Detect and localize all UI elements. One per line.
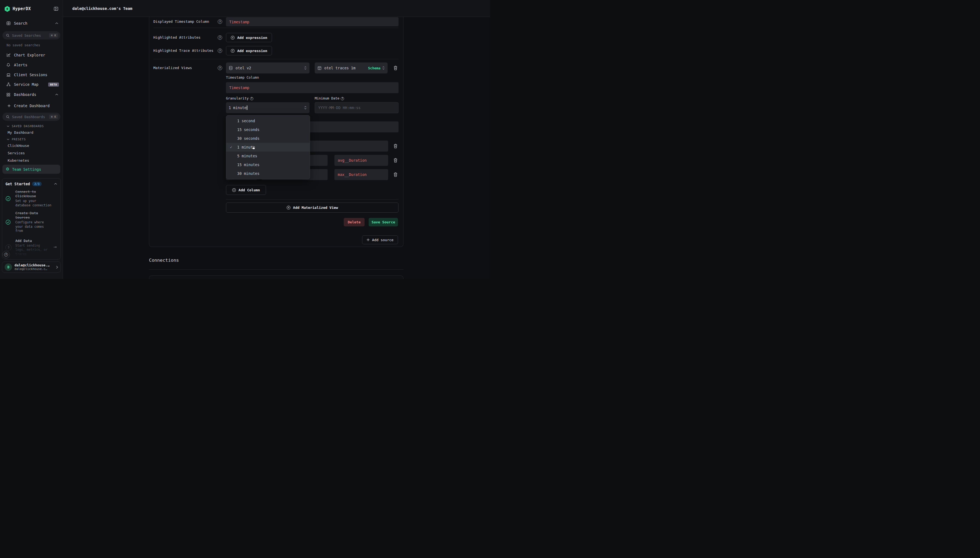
team-settings-label: Team Settings — [12, 167, 41, 172]
schema-link[interactable]: Schema — [368, 66, 380, 70]
team-settings-content: Displayed Timestamp Column ? Timestamp H… — [63, 17, 490, 279]
get-started-step-add-data[interactable]: 3 Add Data Start sending logs, metrics, … — [5, 239, 57, 256]
create-dashboard-button[interactable]: Create Dashboard — [0, 102, 63, 109]
help-icon[interactable]: ? — [218, 66, 222, 70]
add-materialized-view-button[interactable]: Add Materialized View — [226, 202, 399, 213]
question-icon: ? — [4, 253, 8, 256]
service-map-icon — [6, 82, 11, 87]
saved-dashboards-section-header[interactable]: SAVED DASHBOARDS — [0, 124, 63, 128]
search-icon — [6, 115, 10, 119]
check-circle-icon — [5, 220, 11, 225]
sidebar-item-label: Search — [14, 21, 28, 26]
granularity-option[interactable]: 30 seconds — [226, 134, 310, 143]
help-icon[interactable]: ? — [218, 35, 222, 40]
step-desc: Start sending logs, metrics, or traces — [15, 244, 57, 256]
user-email: dale@clickhouse.c… — [15, 267, 56, 271]
step-title: Connect to ClickHouse — [15, 190, 57, 199]
delete-column-icon[interactable] — [393, 143, 398, 149]
sidebar: HyperDX Search Saved Searches ⌘ K No sav… — [0, 0, 63, 279]
chevron-up-icon[interactable] — [54, 183, 57, 185]
sidebar-item-team-settings[interactable]: ⚙ Team Settings — [2, 165, 60, 174]
circle-plus-icon — [231, 49, 235, 53]
add-source-button[interactable]: Add source — [362, 235, 398, 244]
help-button[interactable]: ? — [2, 251, 10, 258]
add-expression-button[interactable]: Add expression — [226, 46, 272, 55]
timestamp-column-input[interactable]: Timestamp — [226, 82, 399, 93]
sidebar-item-chart-explorer[interactable]: Chart Explorer — [0, 51, 63, 59]
granularity-combobox[interactable]: 1 minute — [226, 102, 309, 113]
granularity-option[interactable]: 15 minutes — [226, 160, 310, 169]
saved-dashboards-placeholder: Saved Dashboards — [12, 115, 49, 119]
updown-chevron-icon — [382, 66, 385, 70]
sidebar-item-my-dashboard[interactable]: My Dashboard — [0, 130, 63, 135]
collapse-sidebar-icon[interactable] — [54, 7, 58, 11]
selected-view: otel_v2 — [236, 66, 304, 70]
sidebar-item-kubernetes[interactable]: Kubernetes — [0, 158, 63, 163]
page-title: dale@clickhouse.com's Team — [72, 6, 132, 11]
chevron-down-icon — [7, 125, 10, 127]
delete-column-icon[interactable] — [393, 158, 398, 163]
saved-searches-input[interactable]: Saved Searches ⌘ K — [2, 31, 60, 39]
granularity-option[interactable]: 15 seconds — [226, 125, 310, 134]
save-source-button[interactable]: Save Source — [369, 218, 398, 226]
help-icon[interactable]: ? — [218, 49, 222, 53]
hyperdx-logo-icon — [4, 6, 10, 12]
progress-badge: 2/3 — [32, 182, 42, 186]
minimum-date-label: Minimum Date? — [315, 96, 344, 101]
delete-materialized-view-icon[interactable] — [393, 65, 398, 71]
mv-column-alias-input[interactable]: max__Duration — [334, 169, 388, 180]
granularity-value: 1 minute — [229, 105, 247, 110]
minimum-date-input[interactable]: YYYY-MM-DD HH:mm:ss — [315, 102, 399, 113]
help-icon[interactable]: ? — [218, 20, 222, 24]
sidebar-item-alerts[interactable]: Alerts — [0, 61, 63, 69]
gear-icon: ⚙ — [6, 167, 9, 171]
presets-section-header[interactable]: PRESETS — [0, 137, 63, 141]
text-caret — [247, 105, 247, 110]
selected-table: otel_traces_1m — [324, 66, 368, 70]
circle-plus-icon — [232, 188, 236, 192]
chevron-up-icon — [54, 22, 59, 25]
updown-chevron-icon — [304, 106, 307, 110]
step-desc: Configure where your data comes from — [15, 220, 57, 233]
get-started-step-connect[interactable]: Connect to ClickHouse Set up your databa… — [5, 190, 57, 207]
materialized-view-select[interactable]: otel_v2 — [226, 62, 309, 74]
topbar: dale@clickhouse.com's Team — [63, 0, 490, 17]
saved-dashboards-input[interactable]: Saved Dashboards ⌘ K — [2, 113, 60, 121]
info-icon[interactable]: ? — [250, 97, 254, 100]
chevron-down-icon — [7, 138, 10, 140]
saved-searches-placeholder: Saved Searches — [12, 33, 49, 38]
sidebar-item-label: Chart Explorer — [14, 53, 45, 57]
sidebar-item-search[interactable]: Search — [0, 20, 63, 27]
delete-source-button[interactable]: Delete — [344, 218, 365, 226]
step-title: Add Data — [15, 239, 57, 243]
logo-row: HyperDX — [0, 0, 63, 18]
granularity-option-selected[interactable]: ✓1 minute — [226, 143, 310, 151]
no-saved-searches-text: No saved searches — [0, 43, 63, 47]
sidebar-item-dashboards[interactable]: Dashboards — [0, 91, 63, 98]
granularity-option[interactable]: 1 second — [226, 117, 310, 125]
granularity-option[interactable]: 30 minutes — [226, 169, 310, 178]
add-column-button[interactable]: Add Column — [226, 185, 266, 195]
granularity-option[interactable]: 5 minutes — [226, 151, 310, 160]
delete-column-icon[interactable] — [393, 172, 398, 177]
shortcut-badge: ⌘ K — [49, 33, 58, 38]
get-started-step-create-sources[interactable]: Create Data Sources Configure where your… — [5, 211, 57, 233]
sidebar-item-client-sessions[interactable]: Client Sessions — [0, 71, 63, 79]
add-expression-button[interactable]: Add expression — [226, 33, 272, 42]
materialized-table-select[interactable]: otel_traces_1m Schema — [315, 62, 388, 74]
sidebar-item-clickhouse[interactable]: ClickHouse — [0, 143, 63, 148]
sidebar-item-services[interactable]: Services — [0, 150, 63, 156]
step-title: Create Data Sources — [15, 211, 57, 220]
user-menu[interactable]: D dale@clickhouse.… dale@clickhouse.c… — [2, 261, 61, 273]
sidebar-item-label: Service Map — [14, 82, 38, 87]
sidebar-item-service-map[interactable]: Service Map BETA — [0, 81, 63, 88]
mv-column-alias-input[interactable]: avg__Duration — [334, 155, 388, 166]
app-root: HyperDX Search Saved Searches ⌘ K No sav… — [0, 0, 490, 279]
highlighted-trace-attributes-label: Highlighted Trace Attributes — [154, 48, 213, 53]
displayed-timestamp-input[interactable]: Timestamp — [226, 17, 399, 26]
updown-chevron-icon — [304, 66, 307, 70]
arrow-right-icon: → — [53, 245, 57, 249]
info-icon[interactable]: ? — [341, 97, 344, 100]
sidebar-item-label: Dashboards — [14, 92, 36, 97]
main-area: dale@clickhouse.com's Team Displayed Tim… — [63, 0, 490, 279]
